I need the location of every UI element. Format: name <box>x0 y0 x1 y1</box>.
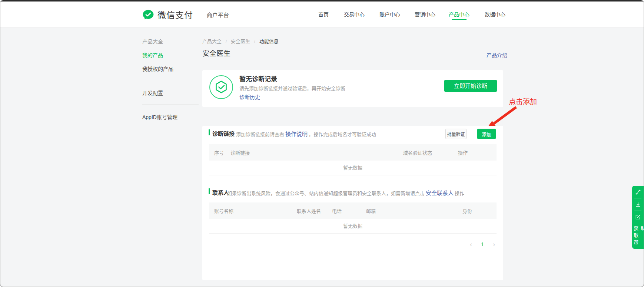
contacts-empty-state: 暂无数据 <box>209 219 497 234</box>
column-header-identity: 身份 <box>462 207 497 214</box>
empty-diagnosis-title: 暂无诊断记录 <box>239 74 277 83</box>
diagnosis-links-table-header: 序号 诊断链接 域名验证状态 操作 <box>209 144 497 161</box>
hint-suffix: 操作 <box>455 191 464 196</box>
nav-account-center[interactable]: 账户中心 <box>379 10 400 18</box>
hint-prefix: 添加诊断链接前请查看 <box>236 132 284 137</box>
start-diagnosis-button[interactable]: 立即开始诊断 <box>444 80 497 92</box>
wechat-pay-logo-icon <box>142 9 154 20</box>
contacts-table-header: 账号名称 联系人姓名 电话 邮箱 身份 <box>209 202 497 219</box>
sidebar-divider <box>142 104 199 105</box>
column-header-contact-name: 联系人姓名 <box>297 207 332 214</box>
nav-data-center[interactable]: 数据中心 <box>485 10 505 18</box>
add-link-button[interactable]: 添加 <box>477 129 496 139</box>
breadcrumb-product-catalog[interactable]: 产品大全 <box>202 39 222 44</box>
logo-divider <box>200 11 200 18</box>
diagnosis-summary-card: 暂无诊断记录 请先添加诊断链接并通过验证后，再开始安全诊断 诊断历史 立即开始诊… <box>202 70 503 107</box>
sidebar-item-appid-management[interactable]: AppID账号管理 <box>142 113 177 121</box>
hint-suffix: ，操作完成后域名才可验证成功 <box>309 132 376 137</box>
pagination-prev-icon[interactable]: ‹ <box>470 241 472 248</box>
security-contact-link[interactable]: 安全联系人 <box>426 190 454 196</box>
hint-prefix: 如果诊断出系统风险，会通过公众号、站内信通知超级管理员和安全联系人，如需新增请点… <box>227 191 425 196</box>
diagnosis-links-section-title: 诊断链接 <box>212 129 235 137</box>
column-header-phone: 电话 <box>332 207 366 214</box>
column-header-action: 操作 <box>458 149 497 156</box>
security-shield-icon <box>209 75 233 99</box>
breadcrumb: 产品大全 / 安全医生 / 功能信息 <box>202 37 279 44</box>
section-accent-bar <box>209 188 210 194</box>
portal-label: 商户平台 <box>207 11 229 19</box>
section-accent-bar <box>209 129 210 135</box>
sidebar-item-dev-config[interactable]: 开发配置 <box>142 89 163 96</box>
contacts-hint: 如果诊断出系统风险，会通过公众号、站内信通知超级管理员和安全联系人，如需新增请点… <box>227 189 464 197</box>
brand-logo[interactable]: 微信支付 商户平台 <box>142 8 229 21</box>
column-header-link: 诊断链接 <box>230 149 403 156</box>
column-header-index: 序号 <box>214 149 230 156</box>
sidebar-item-product-catalog[interactable]: 产品大全 <box>142 37 163 45</box>
column-header-domain-status: 域名验证状态 <box>403 149 458 156</box>
pagination-page-1[interactable]: 1 <box>481 241 484 247</box>
floating-help-bar: 获取帮助 <box>632 186 644 249</box>
sidebar-divider <box>142 80 199 80</box>
breadcrumb-separator: / <box>226 39 227 44</box>
pagination: ‹ 1 › <box>470 241 495 248</box>
breadcrumb-separator: / <box>254 39 256 44</box>
nav-marketing-center[interactable]: 营销中心 <box>415 10 435 18</box>
top-header: 微信支付 商户平台 首页 交易中心 账户中心 营销中心 产品中心 数据中心 <box>0 1 644 27</box>
get-help-button[interactable]: 获取帮助 <box>632 226 644 249</box>
operation-guide-link[interactable]: 操作说明 <box>285 131 308 137</box>
pagination-next-icon[interactable]: › <box>493 241 495 248</box>
sidebar-item-authorized-products[interactable]: 我授权的产品 <box>142 65 173 72</box>
nav-transaction-center[interactable]: 交易中心 <box>344 10 365 18</box>
merchant-platform-window: 微信支付 商户平台 首页 交易中心 账户中心 营销中心 产品中心 数据中心 产品… <box>0 0 644 287</box>
contacts-section-title: 联系人 <box>212 188 229 196</box>
product-intro-link[interactable]: 产品介绍 <box>487 51 507 59</box>
column-header-account-name: 账号名称 <box>214 207 297 214</box>
breadcrumb-security-doctor[interactable]: 安全医生 <box>231 39 250 44</box>
feedback-edit-icon[interactable] <box>632 211 644 223</box>
diagnosis-history-link[interactable]: 诊断历史 <box>239 93 260 100</box>
nav-product-center[interactable]: 产品中心 <box>449 10 469 18</box>
download-icon[interactable] <box>632 198 644 211</box>
batch-verify-button[interactable]: 批量验证 <box>445 129 467 139</box>
page-title: 安全医生 <box>202 48 230 58</box>
breadcrumb-current-page: 功能信息 <box>259 39 279 44</box>
brand-name: 微信支付 <box>157 8 193 21</box>
service-link-icon[interactable] <box>632 186 644 198</box>
click-add-annotation: 点击添加 <box>509 96 537 106</box>
column-header-email: 邮箱 <box>366 207 462 214</box>
sidebar-item-my-products[interactable]: 我的产品 <box>142 51 163 59</box>
diagnosis-links-hint: 添加诊断链接前请查看操作说明，操作完成后域名才可验证成功 <box>236 130 376 138</box>
function-info-card: 诊断链接 添加诊断链接前请查看操作说明，操作完成后域名才可验证成功 批量验证 添… <box>202 126 503 280</box>
nav-home[interactable]: 首页 <box>318 10 329 18</box>
empty-diagnosis-subtitle: 请先添加诊断链接并通过验证后，再开始安全诊断 <box>239 85 345 92</box>
diagnosis-links-empty-state: 暂无数据 <box>209 161 497 175</box>
